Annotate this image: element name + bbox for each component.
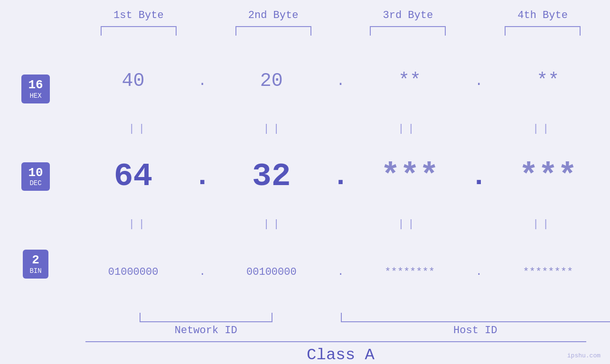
- dec-label: DEC: [28, 179, 43, 187]
- dec-badge: 10 DEC: [21, 162, 49, 191]
- data-cols: 40 . 20 . ** . ** || || || || 64 . 32 .: [71, 40, 610, 313]
- hex-b4: **: [536, 70, 559, 92]
- bracket-byte1: [101, 26, 177, 36]
- eq1-b3: ||: [341, 123, 476, 135]
- main-container: 1st Byte 2nd Byte 3rd Byte 4th Byte 16 H…: [0, 0, 610, 364]
- host-bracket: [341, 313, 610, 322]
- hex-dot2: .: [334, 73, 348, 89]
- hex-b3: **: [398, 70, 421, 92]
- byte4-header: 4th Byte: [475, 9, 610, 21]
- dec-b3: ***: [381, 158, 439, 195]
- eq-row-1: || || || ||: [71, 121, 610, 136]
- eq-row-2: || || || ||: [71, 217, 610, 232]
- dec-row: 64 . 32 . *** . ***: [71, 136, 610, 217]
- host-id-label: Host ID: [453, 325, 497, 336]
- byte1-header: 1st Byte: [71, 9, 206, 21]
- eq1-b2: ||: [206, 123, 341, 135]
- bottom-brackets: [71, 313, 610, 322]
- bin-label: BIN: [29, 267, 41, 275]
- eq2-b4: ||: [475, 218, 610, 230]
- labels-col: 16 HEX 10 DEC 2 BIN: [0, 40, 71, 313]
- hex-row: 40 . 20 . ** . **: [71, 40, 610, 121]
- top-brackets: [0, 26, 610, 36]
- eq1-b1: ||: [71, 123, 206, 135]
- dec-dot1: .: [195, 160, 209, 193]
- content-area: 16 HEX 10 DEC 2 BIN 40 . 20 . ** . **: [0, 40, 610, 313]
- bin-num: 2: [29, 253, 41, 267]
- byte3-header: 3rd Byte: [341, 9, 476, 21]
- hex-badge: 16 HEX: [21, 75, 49, 103]
- byte2-header: 2nd Byte: [206, 9, 341, 21]
- hex-dot1: .: [195, 73, 209, 89]
- dec-num: 10: [28, 166, 43, 180]
- bin-b2: 00100000: [246, 266, 297, 278]
- class-label: Class A: [307, 346, 375, 364]
- bottom-labels: Network ID Host ID: [71, 325, 610, 336]
- bin-dot1: .: [195, 266, 209, 278]
- bracket-byte3: [370, 26, 446, 36]
- network-id-label: Network ID: [175, 325, 237, 336]
- hex-num: 16: [28, 78, 43, 92]
- eq2-b1: ||: [71, 218, 206, 230]
- eq2-b2: ||: [206, 218, 341, 230]
- network-bracket: [140, 313, 272, 322]
- bracket-byte2: [235, 26, 311, 36]
- dec-b1: 64: [114, 158, 153, 195]
- bin-b4: ********: [523, 266, 573, 278]
- eq2-b3: ||: [341, 218, 476, 230]
- class-bracket: [85, 341, 586, 342]
- hex-b2: 20: [260, 70, 283, 92]
- hex-dot3: .: [472, 73, 486, 89]
- dec-dot3: .: [472, 160, 486, 193]
- bin-dot2: .: [334, 266, 348, 278]
- bin-b3: ********: [385, 266, 435, 278]
- bin-dot3: .: [472, 266, 486, 278]
- hex-label: HEX: [28, 92, 43, 100]
- eq1-b4: ||: [475, 123, 610, 135]
- watermark: ipshu.com: [567, 352, 601, 359]
- byte-headers: 1st Byte 2nd Byte 3rd Byte 4th Byte: [0, 0, 610, 21]
- bin-row: 01000000 . 00100000 . ******** . *******…: [71, 232, 610, 313]
- bottom-area: Network ID Host ID: [0, 313, 610, 336]
- class-label-row: Class A: [71, 346, 610, 364]
- dec-b2: 32: [252, 158, 291, 195]
- bin-badge: 2 BIN: [23, 250, 48, 279]
- hex-b1: 40: [122, 70, 145, 92]
- bin-b1: 01000000: [108, 266, 159, 278]
- dec-dot2: .: [334, 160, 348, 193]
- bracket-byte4: [505, 26, 581, 36]
- class-section: Class A: [0, 341, 610, 364]
- dec-b4: ***: [519, 158, 577, 195]
